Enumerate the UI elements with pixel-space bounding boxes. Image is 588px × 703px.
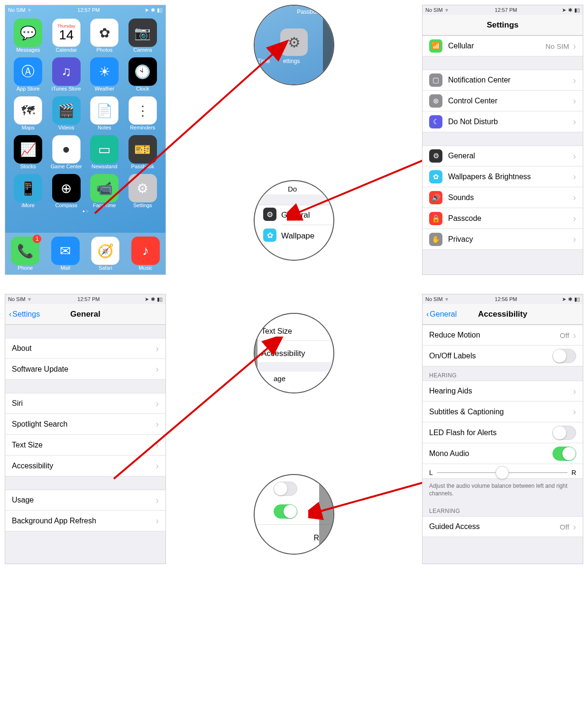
app-photos[interactable]: ✿Photos <box>85 18 124 53</box>
app-icon-compass: ⊕ <box>52 174 81 202</box>
section-header: HEARING <box>423 366 583 381</box>
app-icon-maps: 🗺 <box>14 96 42 125</box>
wifi-icon: ᯤ <box>28 296 33 302</box>
app-app-store[interactable]: ⒶApp Store <box>9 57 47 91</box>
bluetooth-icon: ✱ <box>568 7 572 13</box>
slider-left-label: L <box>429 469 433 476</box>
slider-right-label: R <box>571 469 576 476</box>
app-phone[interactable]: 📞1Phone <box>5 237 46 274</box>
app-newsstand[interactable]: ▭Newsstand <box>85 135 124 169</box>
app-music[interactable]: ♪Music <box>126 237 166 274</box>
row-icon: 🔊 <box>429 191 442 204</box>
row-background-app-refresh[interactable]: Background App Refresh› <box>5 511 165 531</box>
row-control-center[interactable]: ⊛Control Center› <box>423 91 583 111</box>
zoom1-settings-icon: ⚙ <box>280 28 308 56</box>
slider-thumb[interactable] <box>496 466 509 479</box>
app-clock[interactable]: 🕙Clock <box>124 57 162 91</box>
row-about[interactable]: About› <box>5 338 165 359</box>
row-hearing-aids[interactable]: Hearing Aids› <box>423 381 583 402</box>
app-imore[interactable]: 📱iMore <box>9 174 47 208</box>
app-label: Photos <box>96 47 112 53</box>
section-gap <box>5 476 165 490</box>
page-dots[interactable]: ● ○ <box>5 208 165 214</box>
app-label: FaceTime <box>93 202 116 208</box>
iphone-accessibility-screen: No SIMᯤ 12:56 PM ➤✱▮▯ ‹General Accessibi… <box>422 294 583 564</box>
wifi-icon: ᯤ <box>445 7 450 13</box>
chevron-right-icon: › <box>573 75 576 86</box>
row-wallpapers-brightness[interactable]: ✿Wallpapers & Brightness› <box>423 166 583 187</box>
app-videos[interactable]: 🎬Videos <box>47 96 86 130</box>
app-label: Reminders <box>130 125 155 130</box>
zoom2-general-icon: ⚙ <box>263 208 276 221</box>
back-button[interactable]: ‹General <box>426 310 457 319</box>
toggle-led-flash-for-alerts[interactable] <box>552 426 576 440</box>
app-icon-clock: 🕙 <box>129 57 157 86</box>
row-do-not-disturb[interactable]: ☾Do Not Disturb› <box>423 111 583 132</box>
app-facetime[interactable]: 📹FaceTime <box>85 174 124 208</box>
app-camera[interactable]: 📷Camera <box>124 18 162 53</box>
back-button[interactable]: ‹Settings <box>9 310 40 319</box>
row-passcode[interactable]: 🔒Passcode› <box>423 208 583 229</box>
zoom-circle-accessibility-row: Text Size Accessibility age <box>254 313 334 393</box>
app-passbook[interactable]: 🎫Passbook <box>124 135 162 169</box>
zoom4-toggle-off <box>274 482 297 496</box>
app-weather[interactable]: ☀Weather <box>85 57 124 91</box>
row-icon: 🔒 <box>429 212 442 225</box>
app-icon-newsstand: ▭ <box>90 135 119 164</box>
row-guided-access[interactable]: Guided AccessOff› <box>423 516 583 537</box>
row-on-off-labels[interactable]: On/Off Labels <box>423 346 583 366</box>
row-spotlight-search[interactable]: Spotlight Search› <box>5 414 165 435</box>
app-reminders[interactable]: ⋮Reminders <box>124 96 162 130</box>
row-accessibility[interactable]: Accessibility› <box>5 456 165 476</box>
app-label: Weather <box>95 86 114 91</box>
toggle-on-off-labels[interactable] <box>552 349 576 363</box>
row-siri[interactable]: Siri› <box>5 393 165 414</box>
row-usage[interactable]: Usage› <box>5 490 165 511</box>
iphone-settings-screen: No SIMᯤ 12:57 PM ➤✱▮▯ Settings 📶Cellular… <box>422 5 583 275</box>
app-icon-settings: ⚙ <box>129 174 157 202</box>
app-label: Game Center <box>51 164 82 169</box>
bluetooth-icon: ✱ <box>151 7 155 13</box>
audio-balance-slider[interactable] <box>437 472 568 473</box>
app-label: Phone <box>18 265 33 271</box>
row-led-flash-for-alerts[interactable]: LED Flash for Alerts <box>423 422 583 443</box>
zoom3-textsize-label: Text Size <box>261 327 292 336</box>
clock-label: 12:56 PM <box>495 296 517 302</box>
app-mail[interactable]: ✉Mail <box>46 237 86 274</box>
app-compass[interactable]: ⊕Compass <box>47 174 86 208</box>
row-text-size[interactable]: Text Size› <box>5 435 165 456</box>
row-reduce-motion[interactable]: Reduce MotionOff› <box>423 325 583 346</box>
app-calendar[interactable]: Thursday14Calendar <box>47 18 86 53</box>
app-settings[interactable]: ⚙Settings <box>124 174 162 208</box>
chevron-right-icon: › <box>573 192 576 203</box>
app-maps[interactable]: 🗺Maps <box>9 96 47 130</box>
row-label: Spotlight Search <box>12 420 156 429</box>
app-notes[interactable]: 📄Notes <box>85 96 124 130</box>
app-game-center[interactable]: ●Game Center <box>47 135 86 169</box>
section-gap <box>423 132 583 146</box>
row-subtitles-captioning[interactable]: Subtitles & Captioning› <box>423 402 583 422</box>
app-label: Settings <box>133 202 152 208</box>
row-software-update[interactable]: Software Update› <box>5 359 165 380</box>
carrier-label: No SIM <box>425 7 443 13</box>
app-safari[interactable]: 🧭Safari <box>85 237 126 274</box>
row-general[interactable]: ⚙General› <box>423 146 583 166</box>
zoom-circle-general-row: Do ⚙ General ✿ Wallpape <box>254 180 334 261</box>
row-notification-center[interactable]: ▢Notification Center› <box>423 70 583 91</box>
toggle-mono-audio[interactable] <box>552 447 576 461</box>
app-stocks[interactable]: 📈Stocks <box>9 135 47 169</box>
navbar: Settings <box>423 15 583 36</box>
row-label: Text Size <box>12 441 156 449</box>
app-messages[interactable]: 💬Messages <box>9 18 47 53</box>
app-itunes-store[interactable]: ♫iTunes Store <box>47 57 86 91</box>
row-label: Background App Refresh <box>12 517 156 525</box>
row-value: Off <box>560 523 570 531</box>
app-label: Safari <box>99 265 112 271</box>
row-icon: ✿ <box>429 170 442 183</box>
row-sounds[interactable]: 🔊Sounds› <box>423 187 583 208</box>
row-privacy[interactable]: ✋Privacy› <box>423 229 583 250</box>
row-mono-audio[interactable]: Mono Audio <box>423 443 583 464</box>
row-icon: 📶 <box>429 39 442 53</box>
row-cellular[interactable]: 📶CellularNo SIM› <box>423 36 583 56</box>
battery-icon: ▮▯ <box>157 7 163 13</box>
